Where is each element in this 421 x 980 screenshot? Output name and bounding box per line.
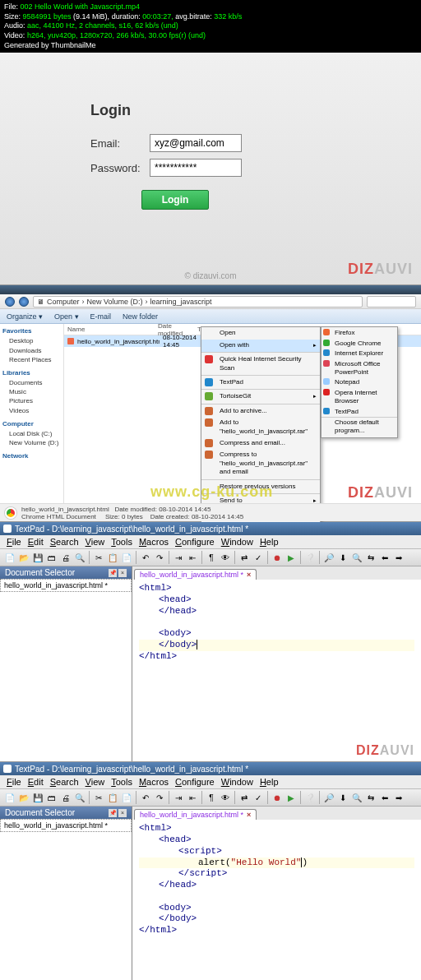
save-icon[interactable]: 💾 [31,551,44,564]
password-input[interactable] [150,159,242,177]
print-icon[interactable]: 🖨 [59,791,72,804]
sidebar-item[interactable]: Desktop [2,336,61,345]
saveall-icon[interactable]: 🗃 [45,551,58,564]
sub-ie[interactable]: Internet Explorer [322,349,397,358]
organize-menu[interactable]: Organize ▾ [7,312,43,321]
code-content[interactable]: <html> <head> <script> alert("Hello Worl… [132,820,421,940]
menu-window[interactable]: Window [221,537,253,547]
open-icon[interactable]: 📂 [17,791,30,804]
menu-file[interactable]: File [7,777,21,787]
sidebar-item[interactable]: New Volume (D:) [2,438,61,447]
sidebar-item[interactable]: Recent Places [2,355,61,364]
code-editor[interactable]: hello_world_in_javascript.html *× <html>… [132,807,421,980]
menu-macros[interactable]: Macros [139,777,169,787]
email-input[interactable] [150,134,242,152]
menu-help[interactable]: Help [260,537,279,547]
wrap-icon[interactable]: ¶ [205,791,218,804]
ctx-tortoisegit[interactable]: TortoiseGit [201,391,320,404]
menu-configure[interactable]: Configure [175,537,215,547]
open-icon[interactable]: 📂 [17,551,30,564]
doc-item[interactable]: hello_world_in_javascript.html * [1,580,131,591]
ctx-addrar[interactable]: Add to "hello_world_in_javascript.rar" [201,417,320,437]
pin-icon[interactable]: 📌 [109,809,117,817]
cut-icon[interactable]: ✂ [92,551,105,564]
sub-default[interactable]: Choose default program... [322,418,397,437]
copy-icon[interactable]: 📋 [106,791,119,804]
menu-tools[interactable]: Tools [111,537,132,547]
menu-window[interactable]: Window [221,777,253,787]
nav-back-icon[interactable] [5,297,15,307]
close-icon[interactable]: × [118,809,127,817]
close-icon[interactable]: × [118,569,127,577]
sidebar-group-computer[interactable]: Computer [2,420,61,428]
pin-icon[interactable]: 📌 [109,569,117,577]
nav-fwd-icon[interactable] [19,297,29,307]
code-editor[interactable]: hello_world_in_javascript.html *× <html>… [132,566,421,761]
paste-icon[interactable]: 📄 [120,551,133,564]
new-icon[interactable]: 📄 [3,551,16,564]
menu-view[interactable]: View [86,777,105,787]
indent-icon[interactable]: ⇥ [172,791,185,804]
play-icon[interactable]: ▶ [285,791,298,804]
replace-icon[interactable]: ⇆ [364,551,377,564]
spell-icon[interactable]: ✓ [252,791,265,804]
outdent-icon[interactable]: ⇤ [186,551,199,564]
next-icon[interactable]: ➡ [392,791,405,804]
open-menu[interactable]: Open ▾ [54,312,79,321]
menu-search[interactable]: Search [50,537,79,547]
ctx-quickheal[interactable]: Quick Heal Internet Security Scan [201,354,320,376]
doc-item[interactable]: hello_world_in_javascript.html * [1,820,131,831]
sidebar-group-network[interactable]: Network [2,452,61,460]
help-icon[interactable]: ❔ [303,551,317,564]
sidebar-item[interactable]: Downloads [2,346,61,355]
paste-icon[interactable]: 📄 [120,791,133,804]
ctx-open[interactable]: Open [201,327,320,339]
findnext-icon[interactable]: ⬇ [336,791,349,804]
ctx-compressto[interactable]: Compress to "hello_world_in_javascript.r… [201,449,320,479]
findall-icon[interactable]: 🔍 [350,551,363,564]
find-icon[interactable]: 🔎 [322,551,335,564]
sub-chrome[interactable]: Google Chrome [322,339,397,349]
menu-macros[interactable]: Macros [139,537,169,547]
preview-icon[interactable]: 🔍 [73,791,86,804]
search-input[interactable] [367,296,416,307]
sub-notepad[interactable]: Notepad [322,377,397,387]
ctx-textpad[interactable]: TextPad [201,377,320,390]
para-icon[interactable]: 👁 [219,791,232,804]
sidebar-item[interactable]: Videos [2,406,61,415]
login-button[interactable]: Login [141,190,209,210]
redo-icon[interactable]: ↷ [153,551,166,564]
breadcrumb[interactable]: 🖥Computer›New Volume (D:)›learning_javas… [33,296,363,307]
sidebar-item[interactable]: Local Disk (C:) [2,429,61,438]
indent-icon[interactable]: ⇥ [172,551,185,564]
close-tab-icon[interactable]: × [247,811,251,819]
compare-icon[interactable]: ⇄ [238,551,251,564]
sidebar-group-libraries[interactable]: Libraries [2,369,61,377]
prev-icon[interactable]: ⬅ [378,551,391,564]
menu-search[interactable]: Search [50,777,79,787]
replace-icon[interactable]: ⇆ [364,791,377,804]
print-icon[interactable]: 🖨 [59,551,72,564]
menu-edit[interactable]: Edit [28,777,44,787]
compare-icon[interactable]: ⇄ [238,791,251,804]
findall-icon[interactable]: 🔍 [350,791,363,804]
preview-icon[interactable]: 🔍 [73,551,86,564]
record-icon[interactable]: ⏺ [271,551,284,564]
new-icon[interactable]: 📄 [3,791,16,804]
menu-edit[interactable]: Edit [28,537,44,547]
sub-powerpoint[interactable]: Microsoft Office PowerPoint [322,359,397,378]
ctx-compressmail[interactable]: Compress and email... [201,437,320,449]
wrap-icon[interactable]: ¶ [205,551,218,564]
menu-configure[interactable]: Configure [175,777,215,787]
close-tab-icon[interactable]: × [247,571,251,579]
editor-tab[interactable]: hello_world_in_javascript.html *× [134,809,257,820]
outdent-icon[interactable]: ⇤ [186,791,199,804]
sub-firefox[interactable]: Firefox [322,328,397,338]
sidebar-item[interactable]: Pictures [2,396,61,405]
saveall-icon[interactable]: 🗃 [45,791,58,804]
ctx-addarchive[interactable]: Add to archive... [201,405,320,417]
email-button[interactable]: E-mail [90,312,112,321]
save-icon[interactable]: 💾 [31,791,44,804]
find-icon[interactable]: 🔎 [322,791,335,804]
prev-icon[interactable]: ⬅ [378,791,391,804]
